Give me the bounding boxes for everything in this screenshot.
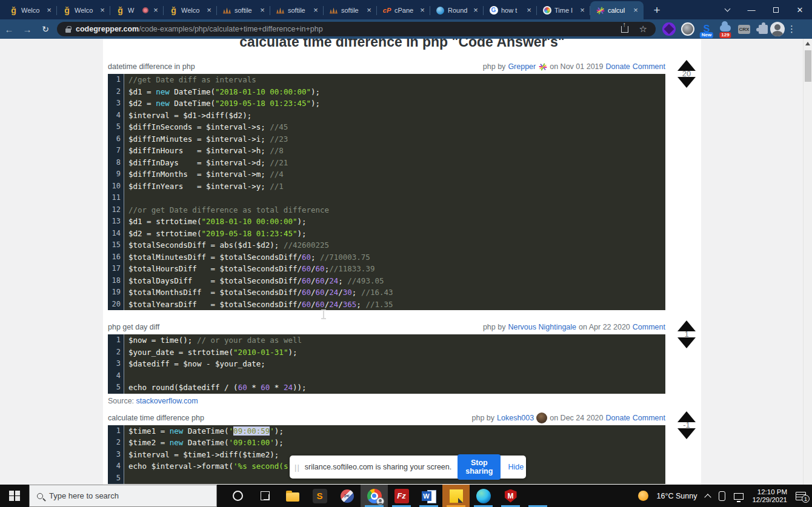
tab-close-icon[interactable]: × [525, 6, 533, 15]
notification-center-icon[interactable]: 1 [796, 492, 806, 500]
browser-tab[interactable]: Ghow t× [484, 1, 537, 19]
author-link[interactable]: Grepper [508, 62, 536, 71]
chrome-taskbar-button[interactable] [361, 485, 388, 507]
browser-tab[interactable]: softile× [217, 1, 270, 19]
puzzle-extension-icon[interactable] [756, 22, 770, 36]
lock-icon[interactable] [65, 28, 71, 33]
browser-tab[interactable]: Round× [430, 1, 484, 19]
sticky-notes-taskbar-button[interactable] [442, 485, 470, 507]
tray-chevron-up-icon[interactable] [705, 494, 711, 500]
answer-heading: php get day diff [108, 323, 159, 331]
tab-close-icon[interactable]: × [45, 6, 53, 15]
browser-menu-icon[interactable]: ⋮ [787, 24, 796, 35]
profile-avatar[interactable] [770, 22, 785, 36]
code-line: 12//or get Date difference as total diff… [108, 204, 665, 216]
stop-sharing-button[interactable]: Stop sharing [458, 454, 501, 480]
weather-sun-icon[interactable] [638, 491, 648, 501]
maximize-button[interactable] [764, 5, 788, 15]
snipping-tool-taskbar-button[interactable]: ✂ [333, 485, 361, 507]
start-button[interactable] [0, 485, 29, 507]
browser-tab[interactable]: cPcPane× [377, 1, 430, 19]
donate-link[interactable]: Donate [606, 62, 630, 71]
close-window-button[interactable]: ✕ [788, 5, 812, 15]
bookmark-star-icon[interactable]: ☆ [639, 24, 647, 35]
tab-close-icon[interactable]: × [311, 6, 320, 15]
mcafee-taskbar-button[interactable]: M [497, 485, 524, 507]
address-bar[interactable]: codegrepper.com/code-examples/php/calcul… [57, 22, 656, 36]
calculator-taskbar-button[interactable] [524, 485, 551, 507]
browser-tab[interactable]: calcul× [590, 1, 644, 19]
browser-tab[interactable]: softile× [324, 1, 377, 19]
purple-diamond-extension-icon[interactable] [662, 22, 676, 36]
task-view-taskbar-button[interactable] [251, 485, 279, 507]
scrollbar-thumb[interactable] [805, 50, 811, 82]
line-number: 6 [108, 133, 124, 145]
tab-close-icon[interactable]: × [205, 6, 213, 15]
author-link[interactable]: Nervous Nightingale [508, 323, 576, 331]
tab-close-icon[interactable]: × [365, 6, 373, 15]
browser-tab[interactable]: softile× [270, 1, 324, 19]
tab-close-icon[interactable]: × [98, 6, 107, 15]
browser-tab[interactable]: ğWelco× [57, 1, 110, 19]
browser-tab[interactable]: ğWelco× [164, 1, 217, 19]
taskbar-search-input[interactable]: Type here to search [29, 485, 217, 507]
grepper-spark-icon [538, 62, 547, 71]
roundcube-icon [436, 6, 445, 15]
color-wheel-icon [542, 6, 551, 15]
minimize-button[interactable]: — [739, 5, 764, 15]
code-line: 5echo round($datediff / (60 * 60 * 24)); [108, 382, 665, 394]
crx-extension-icon[interactable]: CRX [737, 22, 751, 36]
tab-close-icon[interactable]: × [631, 6, 640, 15]
sublime-text-taskbar-button[interactable]: S [306, 485, 333, 507]
cloud-extension-icon[interactable]: 129 [718, 22, 733, 36]
word-taskbar-button[interactable]: W [415, 485, 442, 507]
browser-tab-bar: ğWelco×ğWelco×ğW×ğWelco×softile×softile×… [0, 0, 812, 19]
url-text[interactable]: codegrepper.com/code-examples/php/calcul… [76, 25, 621, 33]
tab-close-icon[interactable]: × [471, 6, 480, 15]
drag-handle-icon[interactable]: || [295, 463, 300, 472]
line-number: 7 [108, 145, 124, 157]
source-link[interactable]: stackoverflow.com [136, 397, 198, 405]
tab-close-icon[interactable]: × [578, 6, 587, 15]
tab-close-icon[interactable]: × [151, 6, 160, 15]
forward-button[interactable]: → [18, 24, 36, 35]
comment-link[interactable]: Comment [633, 62, 665, 71]
browser-tab[interactable]: Time I× [537, 1, 590, 19]
downvote-arrow[interactable] [677, 77, 696, 88]
code-line: 15$totalSecondsDiff = abs($d1-$d2); //42… [108, 239, 665, 251]
downvote-arrow[interactable] [677, 337, 696, 348]
hide-banner-link[interactable]: Hide [508, 463, 524, 471]
code-line: 3$datediff = $now - $your_date; [108, 358, 665, 370]
tray-clock[interactable]: 12:10 PM 12/29/2021 [752, 488, 787, 504]
downvote-arrow[interactable] [677, 428, 696, 439]
share-icon[interactable] [621, 26, 628, 33]
browser-tab[interactable]: ğW× [110, 1, 164, 19]
reload-button[interactable]: ↻ [36, 24, 55, 34]
new-tab-button[interactable]: + [650, 4, 664, 17]
author-link[interactable]: Lokesh003 [497, 414, 534, 422]
comment-link[interactable]: Comment [633, 323, 665, 331]
back-button[interactable]: ← [0, 24, 18, 35]
comment-link[interactable]: Comment [633, 414, 665, 422]
system-tray: 16°C Sunny 12:10 PM 12/29/2021 1 [638, 485, 812, 507]
your-phone-icon[interactable] [719, 491, 725, 501]
page-scrollbar[interactable] [803, 39, 812, 485]
s-extension-icon[interactable]: SNew [699, 22, 714, 36]
browser-tab[interactable]: ğWelco× [4, 1, 57, 19]
filezilla-icon: Fz [394, 489, 409, 503]
tab-close-icon[interactable]: × [258, 6, 267, 15]
network-icon[interactable] [734, 493, 744, 500]
edge-taskbar-button[interactable] [470, 485, 497, 507]
search-icon [37, 493, 43, 499]
weather-text[interactable]: 16°C Sunny [657, 492, 697, 500]
tray-date: 12/29/2021 [752, 496, 787, 504]
line-number: 2 [108, 86, 124, 98]
donate-link[interactable]: Donate [606, 414, 630, 422]
filezilla-taskbar-button[interactable]: Fz [388, 485, 415, 507]
scrollbar-up-arrow[interactable] [805, 42, 810, 45]
tab-close-icon[interactable]: × [418, 6, 427, 15]
dark-circle-extension-icon[interactable] [681, 22, 695, 36]
file-explorer-taskbar-button[interactable] [279, 485, 306, 507]
tab-search-chevron[interactable] [715, 5, 739, 15]
cortana-taskbar-button[interactable] [224, 485, 251, 507]
